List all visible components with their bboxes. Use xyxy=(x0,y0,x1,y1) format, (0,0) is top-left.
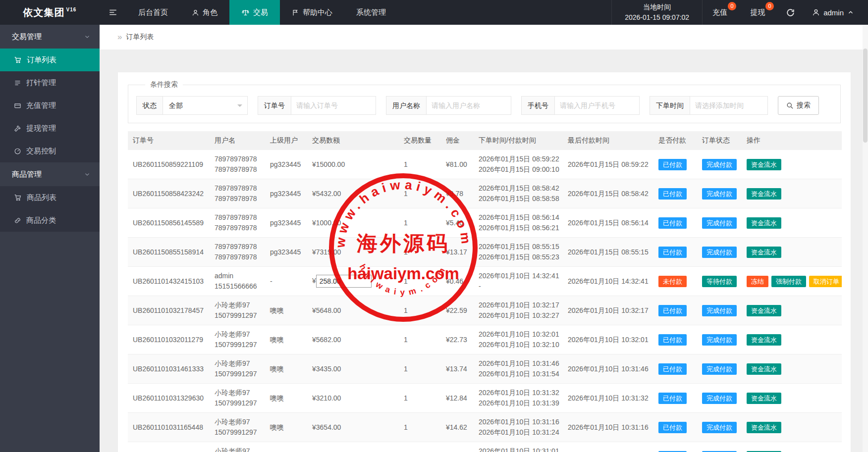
username-filter: 用户名称 xyxy=(386,96,511,115)
action-button-资金流水[interactable]: 资金流水 xyxy=(747,217,781,229)
order-no-label: 订单号 xyxy=(258,96,291,115)
commission-cell: ¥14.62 xyxy=(441,413,474,442)
action-button-冻结[interactable]: 冻结 xyxy=(747,276,768,287)
sidebar-group-label: 交易管理 xyxy=(12,32,42,42)
navbar-menu: 后台首页角色交易帮助中心系统管理 xyxy=(126,0,398,25)
commission-cell: ¥5.40 xyxy=(441,208,474,238)
amount-input[interactable] xyxy=(316,275,372,288)
parent-user-cell: - xyxy=(265,267,307,296)
sidebar-group-2[interactable]: 商品管理 xyxy=(0,162,100,186)
time-line: 2026年01月10日 10:32:17 xyxy=(479,300,558,310)
order-status-cell: 完成付款 xyxy=(697,150,742,179)
sidebar-item-交易控制[interactable]: 交易控制 xyxy=(0,140,100,162)
phone-input[interactable] xyxy=(554,96,640,115)
action-button-资金流水[interactable]: 资金流水 xyxy=(747,363,781,375)
table-row: UB2601101032011279小玲老师9715079991297噢噢¥56… xyxy=(128,325,842,354)
withdraw-button[interactable]: 提现 0 xyxy=(740,0,778,25)
action-button-取消订单[interactable]: 取消订单 xyxy=(809,276,842,287)
app-logo: 依文集团V16 xyxy=(0,0,100,25)
nav-item-2[interactable]: 角色 xyxy=(180,0,229,25)
action-button-资金流水[interactable]: 资金流水 xyxy=(747,305,781,316)
scrollbar-thumb[interactable] xyxy=(863,49,868,143)
user-line: 78978978978 xyxy=(215,194,260,204)
orders-table: 订单号用户名上级用户交易数额交易数量佣金下单时间/付款时间最后付款时间是否付款订… xyxy=(128,131,842,452)
search-icon xyxy=(786,102,794,109)
sidebar-item-商品分类[interactable]: 商品分类 xyxy=(0,209,100,232)
amount-cell: ¥ xyxy=(307,267,399,296)
table-row: UB2601101031016755小玲老师9715079991297噢噢¥57… xyxy=(128,442,842,452)
amount-cell: ¥3654.00 xyxy=(307,413,399,442)
scrollbar-track[interactable] xyxy=(863,25,868,452)
user-cell: 7897897897878978978978 xyxy=(210,208,265,238)
table-header-cell: 最后付款时间 xyxy=(563,131,653,150)
currency-symbol: ¥ xyxy=(312,277,316,285)
user-line: admin xyxy=(215,271,260,281)
user-line: 小玲老师97 xyxy=(215,417,260,427)
sidebar-item-打针管理[interactable]: 打针管理 xyxy=(0,71,100,94)
paid-cell: 已付款 xyxy=(653,179,697,208)
order-time-input[interactable] xyxy=(690,96,768,115)
sidebar-group-1[interactable]: 交易管理 xyxy=(0,25,100,49)
username-input[interactable] xyxy=(426,96,511,115)
action-button-强制付款[interactable]: 强制付款 xyxy=(771,276,806,287)
status-label: 状态 xyxy=(136,96,163,115)
recharge-count-badge: 0 xyxy=(728,2,736,10)
quantity-cell: 1 xyxy=(399,208,441,238)
list-icon xyxy=(14,79,21,87)
refresh-icon[interactable] xyxy=(778,0,803,25)
sidebar-item-充值管理[interactable]: 充值管理 xyxy=(0,94,100,117)
paid-status-badge: 已付款 xyxy=(658,334,687,346)
search-button[interactable]: 搜索 xyxy=(778,96,819,115)
table-row: UB26011508551589147897897897878978978978… xyxy=(128,238,842,267)
action-button-资金流水[interactable]: 资金流水 xyxy=(747,159,781,170)
sidebar-item-商品列表[interactable]: 商品列表 xyxy=(0,186,100,209)
action-button-资金流水[interactable]: 资金流水 xyxy=(747,334,781,346)
amount-cell: ¥5432.00 xyxy=(307,179,399,208)
actions-cell: 资金流水 xyxy=(742,354,842,384)
nav-item-4[interactable]: 帮助中心 xyxy=(280,0,344,25)
recharge-button[interactable]: 充值 0 xyxy=(703,0,740,25)
paid-status-badge: 未付款 xyxy=(658,276,687,287)
last-pay-time-cell: 2026年01月15日 08:55:15 xyxy=(563,238,653,267)
status-select[interactable]: 全部 xyxy=(163,96,248,115)
user-line: 78978978978 xyxy=(215,242,260,252)
order-status-badge: 完成付款 xyxy=(702,363,737,375)
sidebar-item-提现管理[interactable]: 提现管理 xyxy=(0,117,100,140)
time-line: 2026年01月10日 10:31:46 xyxy=(479,358,558,369)
paid-cell: 已付款 xyxy=(653,354,697,384)
user-cell: 小玲老师9715079991297 xyxy=(210,413,265,442)
parent-user-cell: 噢噢 xyxy=(265,413,307,442)
sidebar-item-订单列表[interactable]: 订单列表 xyxy=(0,49,100,71)
action-button-资金流水[interactable]: 资金流水 xyxy=(747,247,781,258)
time-line: 2026年01月15日 08:56:14 xyxy=(479,212,558,223)
sidebar-item-label: 商品分类 xyxy=(26,216,56,225)
action-button-资金流水[interactable]: 资金流水 xyxy=(747,422,781,433)
phone-label: 手机号 xyxy=(521,96,554,115)
amount-cell: ¥5700.00 xyxy=(307,442,399,452)
parent-user-cell: 噢噢 xyxy=(265,296,307,325)
action-button-资金流水[interactable]: 资金流水 xyxy=(747,393,781,404)
user-menu[interactable]: admin xyxy=(803,0,868,25)
user-line: 15079991297 xyxy=(215,427,260,438)
nav-item-1[interactable]: 后台首页 xyxy=(126,0,180,25)
sidebar-toggle-icon[interactable] xyxy=(100,0,126,25)
time-line: 2026年01月10日 10:31:24 xyxy=(479,427,558,438)
order-no-cell: UB2601101032011279 xyxy=(128,325,210,354)
sidebar-sublist: 商品列表商品分类 xyxy=(0,186,100,232)
nav-item-5[interactable]: 系统管理 xyxy=(344,0,398,25)
user-line: 15079991297 xyxy=(215,398,260,408)
orders-card: 条件搜索 状态 全部 订单号 用户名称 xyxy=(117,72,851,452)
order-no-input[interactable] xyxy=(291,96,376,115)
paid-status-badge: 已付款 xyxy=(658,188,687,200)
user-icon xyxy=(192,9,199,16)
local-time-value: 2026-01-15 09:07:02 xyxy=(625,12,689,23)
withdraw-label: 提现 xyxy=(750,8,765,17)
quantity-cell: 1 xyxy=(399,238,441,267)
order-no-cell: UB2601150856145589 xyxy=(128,208,210,238)
table-header-cell: 操作 xyxy=(742,131,842,150)
order-status-badge: 完成付款 xyxy=(702,422,737,433)
nav-item-3[interactable]: 交易 xyxy=(229,0,280,25)
order-time-filter: 下单时间 xyxy=(650,96,768,115)
paid-status-badge: 已付款 xyxy=(658,159,687,170)
action-button-资金流水[interactable]: 资金流水 xyxy=(747,188,781,200)
